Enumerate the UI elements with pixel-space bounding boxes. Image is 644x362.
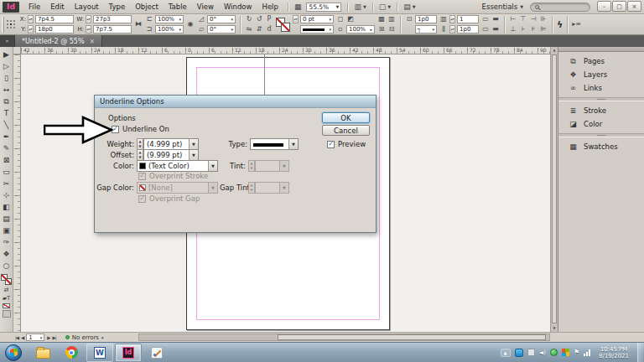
stroke-swatch[interactable] [5, 278, 12, 285]
volume-tray-icon[interactable]: ◄) [539, 349, 546, 356]
first-page-button[interactable]: |◀ [15, 335, 18, 340]
gradient-feather-tool[interactable]: ▤ [1, 213, 12, 225]
next-page-button[interactable]: ▶ [47, 335, 49, 340]
pencil-tool[interactable]: ✎ [1, 142, 12, 154]
network-tray-icon[interactable] [584, 349, 590, 356]
formatting-affects-icon[interactable]: ▰T [3, 295, 11, 302]
fill-stroke-swatches[interactable] [1, 274, 12, 285]
paint-taskbar-button[interactable] [143, 344, 170, 362]
panel-menu-icon[interactable]: ▸≡ [572, 20, 580, 28]
width-field[interactable]: 27p3 [93, 15, 132, 23]
tab-close-icon[interactable]: × [90, 38, 96, 45]
panel-button[interactable]: ◪ Color [558, 117, 644, 131]
device-tray-icon[interactable] [527, 349, 535, 356]
vertical-scrollbar-thumb[interactable] [552, 54, 557, 323]
bridge-icon[interactable]: ▦ [293, 3, 304, 11]
previous-page-button[interactable]: ◀ [21, 335, 23, 340]
pen-tool[interactable]: ✒ [1, 131, 12, 142]
minimize-button[interactable]: – [597, 1, 611, 12]
scissors-tool[interactable]: ✂ [1, 178, 12, 189]
menu-item[interactable]: Edit [45, 0, 69, 13]
menu-item[interactable]: Table [164, 0, 192, 13]
offset-stepper[interactable]: ▲▼ [137, 149, 143, 161]
dialog-title[interactable]: Underline Options [95, 96, 376, 108]
weight-dropdown[interactable]: (4.999 pt) ▼ [143, 138, 199, 150]
vertical-ruler[interactable] [13, 54, 21, 332]
type-tool[interactable]: T [1, 107, 12, 119]
drop-shadow-icon[interactable]: ▩ [377, 15, 386, 23]
indesign-taskbar-button[interactable]: Id [115, 344, 142, 362]
stroke-weight-field[interactable]: 0 pt▾ [300, 15, 334, 23]
explorer-taskbar-button[interactable] [29, 344, 56, 362]
checkbox-checked-icon[interactable] [327, 141, 335, 148]
align-center-icon[interactable]: ⊤ [519, 15, 527, 23]
weight-stepper[interactable]: ▲▼ [137, 138, 143, 150]
free-transform-tool[interactable]: ⊹ [1, 189, 12, 201]
x-position-field[interactable]: 7p4.5 [35, 15, 74, 23]
underline-on-checkbox[interactable]: Underline On [112, 125, 169, 133]
rotation-angle-field[interactable]: 0°▾ [207, 15, 236, 23]
stroke-type-field[interactable]: ▾ [300, 25, 334, 34]
menu-item[interactable]: Object [130, 0, 164, 13]
zoom-level-dropdown[interactable]: 55.5% ▼ [306, 3, 341, 12]
note-tool[interactable]: ▣ [1, 225, 12, 236]
wrap-none-icon[interactable]: ▭ [481, 15, 490, 23]
last-page-button[interactable]: ▶| [53, 335, 56, 340]
align-top-icon[interactable]: ⊥ [509, 25, 517, 34]
restore-button[interactable]: ▢ [612, 1, 626, 12]
chevron-down-icon[interactable]: ▼ [189, 139, 198, 149]
content-collector-tool[interactable]: ⧉ [1, 96, 12, 107]
corner-shape-dropdown[interactable]: ┐▾ [415, 25, 437, 34]
page-number-dropdown[interactable]: 1 ▾ [26, 334, 44, 341]
columns-stepper[interactable]: ▴▾ [449, 15, 455, 23]
chevron-down-icon[interactable]: ▼ [189, 150, 198, 160]
swap-fill-stroke-icon[interactable]: ⇄ [4, 287, 9, 293]
y-position-field[interactable]: 18p0 [35, 25, 74, 34]
panel-button[interactable]: ⧉ Pages [558, 54, 644, 68]
screen-mode-button[interactable] [3, 310, 11, 318]
ruler-origin-corner[interactable] [13, 47, 21, 54]
x-stepper[interactable]: ▴▾ [28, 15, 34, 23]
panel-button[interactable]: ▦ Swatches [558, 140, 644, 153]
panel-button[interactable]: ∞ Links [558, 81, 644, 95]
action-center-flag-icon[interactable]: ⚑ [574, 349, 579, 356]
gutter-stepper[interactable]: ▴▾ [449, 25, 455, 34]
antivirus-tray-icon[interactable] [550, 349, 558, 356]
rectangle-tool[interactable]: ▭ [1, 166, 12, 178]
line-tool[interactable]: ╲ [1, 119, 12, 131]
messenger-tray-icon[interactable] [515, 349, 523, 357]
zoom-tool[interactable]: ○ [1, 260, 12, 272]
word-taskbar-button[interactable]: W [86, 344, 113, 362]
menu-item[interactable]: Type [104, 0, 131, 13]
search-input[interactable] [530, 3, 590, 12]
hand-tool[interactable]: ❖ [1, 248, 12, 260]
distribute-space-icon[interactable]: ⊫ [539, 25, 548, 34]
align-left-icon[interactable]: ⊢ [509, 15, 517, 23]
menu-item[interactable]: View [192, 0, 219, 13]
height-field[interactable]: 7p7.5 [93, 25, 132, 34]
opacity-field[interactable]: 100%▸ [346, 25, 375, 34]
selection-tool[interactable]: ▶ [1, 49, 12, 60]
vertical-scrollbar[interactable]: ▲ ▼ [550, 47, 558, 332]
chevron-down-icon[interactable]: ▼ [208, 161, 217, 171]
gutter-field[interactable]: 1p0 [457, 25, 479, 34]
select-content-icon[interactable]: d [265, 25, 273, 34]
gradient-swatch-tool[interactable]: ◧ [1, 201, 12, 213]
wrap-bounding-box-icon[interactable]: ▬ [491, 15, 500, 23]
offset-dropdown[interactable]: (9.999 pt) ▼ [143, 149, 199, 161]
panel-button[interactable]: ❖ Layers [558, 68, 644, 81]
chevron-down-icon[interactable]: ▼ [288, 139, 298, 149]
eyedropper-tool[interactable]: ✑ [1, 236, 12, 248]
stroke-swatch[interactable] [281, 23, 290, 32]
fit-content-icon[interactable]: ⊞ [377, 25, 386, 34]
color-dropdown[interactable]: (Text Color) ▼ [137, 160, 218, 172]
y-stepper[interactable]: ▴▾ [28, 25, 34, 34]
scale-y-field[interactable]: 100%▾ [155, 25, 184, 34]
distribute-icon[interactable]: ⊪ [539, 15, 548, 23]
select-container-icon[interactable]: P [265, 15, 273, 23]
menu-item[interactable]: Window [219, 0, 257, 13]
preview-checkbox[interactable]: Preview [327, 140, 366, 148]
gap-tool[interactable]: ↔ [1, 84, 12, 96]
menu-item[interactable]: File [23, 0, 45, 13]
preflight-status[interactable]: No errors ▾ [65, 334, 104, 341]
